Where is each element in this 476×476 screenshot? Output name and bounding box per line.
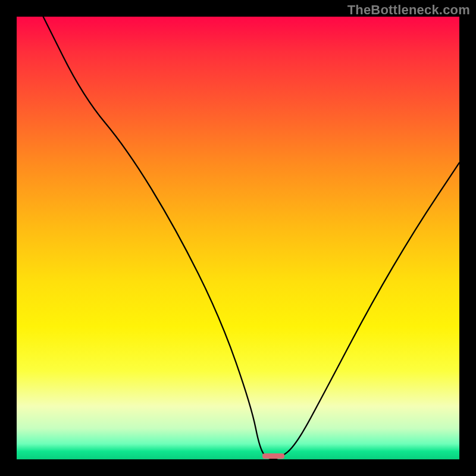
chart-svg	[17, 17, 459, 459]
bottleneck-curve	[43, 17, 459, 459]
watermark-text: TheBottleneck.com	[347, 2, 470, 18]
minimum-marker	[262, 453, 284, 459]
chart-frame: TheBottleneck.com	[0, 0, 476, 476]
plot-area	[17, 17, 459, 459]
